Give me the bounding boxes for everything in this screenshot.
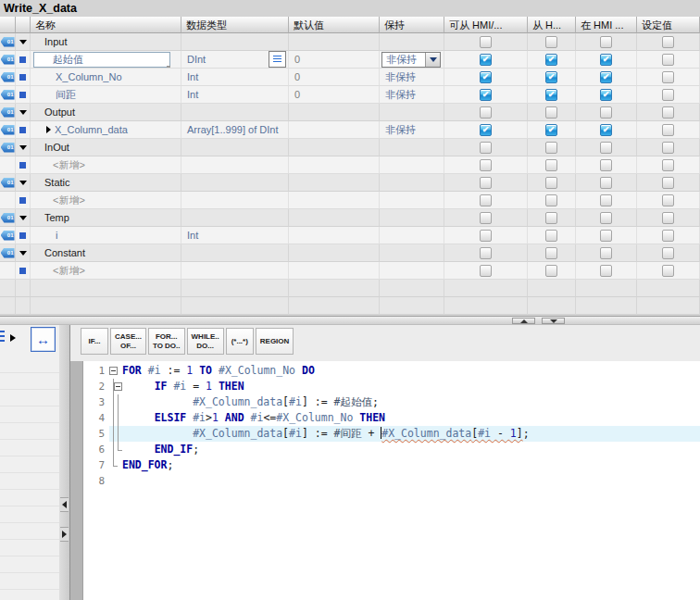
col-header-setpoint[interactable]: 设定值: [637, 17, 700, 33]
fold-toggle[interactable]: [114, 382, 122, 391]
table-row[interactable]: 01X_Column_dataArray[1..999] of DInt非保持✔…: [0, 121, 700, 139]
snippet-button-if[interactable]: IF...: [81, 328, 108, 355]
code-line[interactable]: 2 IF #i = 1 THEN: [82, 379, 700, 394]
collapse-triangle-icon[interactable]: [19, 216, 27, 220]
vertical-splitter[interactable]: [59, 325, 70, 600]
checkbox-accessible-from-hmi[interactable]: ✔: [480, 89, 492, 101]
snippet-button-for-to-do[interactable]: FOR...TO DO..: [148, 328, 185, 355]
checkbox-visible-from-hmi: [545, 230, 557, 242]
checkbox-visible-from-hmi[interactable]: ✔: [545, 124, 557, 136]
code-line[interactable]: 6 END_IF;: [82, 442, 700, 457]
add-new-row[interactable]: <新增>: [31, 158, 85, 172]
io-interface-icon: 01: [1, 248, 15, 258]
code-line[interactable]: 8: [82, 473, 700, 489]
checkbox-accessible-from-hmi: [480, 36, 492, 48]
table-row[interactable]: 01X_Column_NoInt0非保持✔✔✔: [0, 69, 700, 86]
dropdown-button[interactable]: [425, 53, 440, 67]
table-row[interactable]: 01Temp: [0, 209, 700, 227]
io-interface-icon: 01: [1, 37, 15, 47]
collapse-triangle-icon[interactable]: [19, 181, 27, 185]
swap-view-button[interactable]: ↔: [31, 327, 56, 352]
checkbox-setpoint[interactable]: [662, 89, 674, 101]
table-row[interactable]: 01Output: [0, 104, 700, 121]
snippet-button-while-do[interactable]: WHILE..DO...: [187, 328, 224, 355]
col-header-in-hmi[interactable]: 在 HMI ...: [576, 17, 637, 33]
col-header-datatype[interactable]: 数据类型: [181, 17, 289, 33]
table-row[interactable]: 01Input: [0, 33, 700, 51]
table-row[interactable]: <新增>: [0, 156, 700, 174]
splitter-collapse-down-button[interactable]: [542, 318, 565, 324]
fold-line: [118, 410, 119, 426]
collapse-triangle-icon[interactable]: [19, 145, 27, 150]
checkbox-setpoint: [662, 230, 674, 242]
table-row[interactable]: <新增>: [0, 192, 700, 209]
retain-dropdown[interactable]: 非保持: [381, 52, 441, 68]
detail-side-panel: ↔: [0, 325, 59, 600]
code-line[interactable]: 7END_FOR;: [82, 457, 700, 473]
snippet-button-region[interactable]: REGION: [256, 328, 294, 355]
expand-triangle-icon[interactable]: [10, 334, 16, 342]
collapse-left-button[interactable]: [60, 497, 69, 512]
splitter-collapse-up-button[interactable]: [512, 318, 535, 324]
table-row[interactable]: <新增>: [0, 262, 700, 280]
fold-line: [113, 466, 118, 467]
collapse-triangle-icon[interactable]: [19, 40, 27, 44]
checkbox-accessible-from-hmi: [480, 212, 492, 224]
checkbox-setpoint: [662, 247, 674, 259]
table-row[interactable]: 01起始值DInt0非保持✔✔✔: [0, 51, 700, 69]
code-line[interactable]: 5 #X_Column_data[#i] := #间距 + #X_Column_…: [82, 426, 700, 442]
datatype-value: Int: [181, 71, 198, 82]
code-line[interactable]: 1FOR #i := 1 TO #X_Column_No DO: [82, 363, 700, 379]
checkbox-visible-from-hmi[interactable]: ✔: [545, 54, 557, 66]
breakpoint-gutter[interactable]: [70, 361, 83, 600]
io-interface-icon: 01: [1, 143, 15, 153]
checkbox-in-hmi[interactable]: ✔: [600, 71, 612, 83]
checkbox-visible-from-hmi[interactable]: ✔: [545, 71, 557, 83]
table-row[interactable]: 01InOut: [0, 139, 700, 156]
datatype-browse-button[interactable]: [269, 51, 286, 68]
fold-line: [113, 410, 114, 426]
collapse-triangle-icon[interactable]: [19, 110, 27, 115]
collapse-right-button[interactable]: [60, 527, 69, 542]
checkbox-in-hmi[interactable]: ✔: [600, 124, 612, 136]
col-header-default[interactable]: 默认值: [289, 17, 380, 33]
add-new-row[interactable]: <新增>: [31, 264, 85, 278]
checkbox-setpoint[interactable]: [662, 124, 674, 136]
checkbox-visible-from-hmi: [545, 159, 557, 171]
col-header-retain[interactable]: 保持: [380, 17, 444, 33]
col-header-hmi-accessible[interactable]: 可从 HMI/...: [444, 17, 528, 33]
collapse-triangle-icon[interactable]: [19, 251, 27, 256]
add-new-row[interactable]: <新增>: [31, 194, 85, 207]
checkbox-in-hmi[interactable]: ✔: [600, 89, 612, 101]
checkbox-accessible-from-hmi[interactable]: ✔: [480, 54, 492, 66]
code-area[interactable]: 1FOR #i := 1 TO #X_Column_No DO2 IF #i =…: [70, 361, 700, 600]
col-header-name[interactable]: 名称: [31, 17, 181, 33]
horizontal-splitter[interactable]: [0, 316, 700, 325]
checkbox-accessible-from-hmi[interactable]: ✔: [480, 124, 492, 136]
table-row[interactable]: 01Static: [0, 174, 700, 192]
checkbox-accessible-from-hmi[interactable]: ✔: [480, 71, 492, 83]
checkbox-setpoint[interactable]: [662, 54, 674, 66]
checkbox-visible-from-hmi[interactable]: ✔: [545, 89, 557, 101]
col-header-hmi-visible[interactable]: 从 H...: [528, 17, 576, 33]
checkbox-visible-from-hmi: [545, 247, 557, 259]
table-row[interactable]: 01iInt: [0, 227, 700, 244]
fold-toggle[interactable]: [109, 367, 118, 375]
name-edit-field[interactable]: 起始值: [33, 52, 170, 68]
snippet-button-case-of[interactable]: CASE...OF...: [110, 328, 146, 355]
checkbox-setpoint[interactable]: [662, 71, 674, 83]
checkbox-in-hmi[interactable]: ✔: [600, 54, 612, 66]
section-name: InOut: [31, 142, 69, 153]
expand-triangle-icon[interactable]: [46, 126, 51, 133]
checkbox-in-hmi: [600, 265, 612, 277]
io-interface-icon: 01: [1, 231, 15, 241]
section-name: Input: [31, 36, 67, 47]
snippet-button-comment[interactable]: (*...*): [226, 328, 254, 355]
table-row[interactable]: 01Constant: [0, 244, 700, 262]
default-value: 0: [289, 54, 300, 65]
code-line[interactable]: 4 ELSIF #i>1 AND #i<=#X_Column_No THEN: [82, 410, 700, 426]
io-interface-icon: 01: [1, 90, 15, 100]
code-line[interactable]: 3 #X_Column_data[#i] := #起始值;: [82, 394, 700, 410]
table-row[interactable]: 01间距Int0非保持✔✔✔: [0, 86, 700, 104]
checkbox-visible-from-hmi: [545, 142, 557, 154]
